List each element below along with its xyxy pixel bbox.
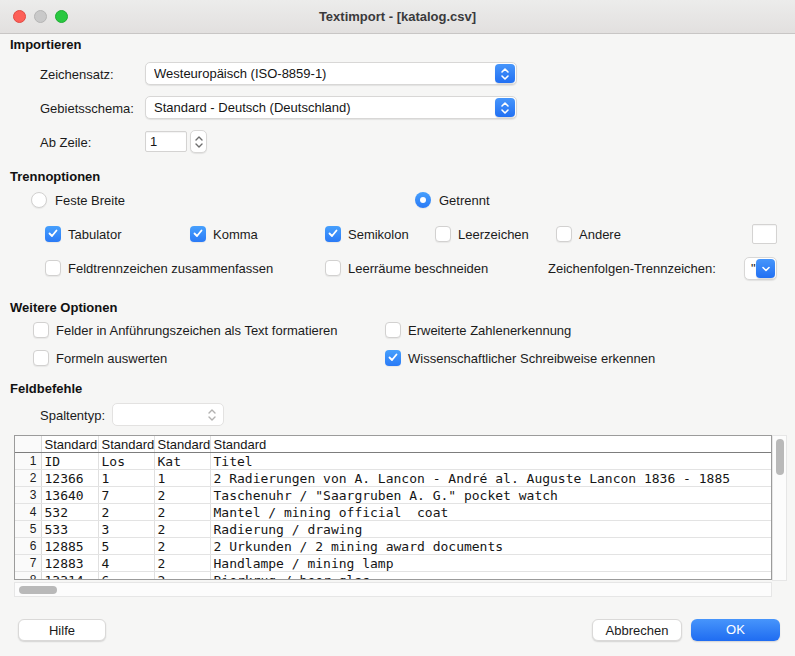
feste-breite-radio[interactable] (31, 192, 47, 208)
table-cell: 4 (98, 555, 154, 572)
felder-als-text-checkbox[interactable] (33, 322, 49, 338)
table-cell: 2 (154, 521, 210, 538)
row-number: 4 (15, 504, 41, 521)
getrennt-radio[interactable] (415, 192, 431, 208)
column-type-header[interactable]: Standard (210, 436, 772, 453)
table-row: 453222Mantel / mining official coat (15, 504, 772, 521)
komma-checkbox[interactable] (190, 226, 206, 242)
table-row: 553332Radierung / drawing (15, 521, 772, 538)
andere-delimiter-input[interactable] (752, 224, 777, 244)
getrennt-label[interactable]: Getrennt (439, 193, 490, 208)
table-cell: Mantel / mining official coat (210, 504, 772, 521)
leerraeume-beschneiden-checkbox[interactable] (325, 260, 341, 276)
table-cell: Bierkrug / beer glas (210, 572, 772, 581)
help-button[interactable]: Hilfe (18, 619, 106, 641)
feste-breite-label[interactable]: Feste Breite (55, 193, 125, 208)
table-row: 71288342Handlampe / mining lamp (15, 555, 772, 572)
spaltentyp-value (121, 404, 197, 425)
formeln-auswerten-label[interactable]: Formeln auswerten (56, 351, 167, 366)
zeichenfolgen-trennzeichen-label: Zeichenfolgen-Trennzeichen: (548, 261, 716, 276)
up-down-chevron-icon (194, 134, 204, 150)
spaltentyp-label: Spaltentyp: (40, 408, 105, 423)
row-number: 2 (15, 470, 41, 487)
column-type-header-row[interactable]: StandardStandardStandardStandard (15, 436, 772, 453)
zeichensatz-label: Zeichensatz: (40, 67, 114, 82)
gebietsschema-label: Gebietsschema: (40, 101, 134, 116)
erweiterte-zahlenerkennung-checkbox[interactable] (385, 322, 401, 338)
table-row: 31364072Taschenuhr / "Saargruben A. G." … (15, 487, 772, 504)
table-cell: Titel (210, 453, 772, 470)
column-type-header[interactable]: Standard (154, 436, 210, 453)
semikolon-label[interactable]: Semikolon (348, 227, 409, 242)
table-cell: 1 (98, 470, 154, 487)
zeichensatz-value: Westeuropäisch (ISO-8859-1) (154, 63, 490, 84)
csv-preview-table[interactable]: StandardStandardStandardStandard 1IDLosK… (14, 435, 772, 580)
tabulator-label[interactable]: Tabulator (68, 227, 121, 242)
wissenschaftliche-schreibweise-label[interactable]: Wissenschaftlicher Schreibweise erkennen (408, 351, 655, 366)
tabulator-checkbox[interactable] (45, 226, 61, 242)
zeichensatz-dropdown[interactable]: Westeuropäisch (ISO-8859-1) (145, 62, 517, 85)
table-cell: 12885 (41, 538, 98, 555)
titlebar: Textimport - [katalog.csv] (0, 0, 795, 34)
vertical-scrollbar[interactable] (772, 435, 787, 581)
felder-als-text-label[interactable]: Felder in Anführungszeichen als Text for… (56, 323, 338, 338)
corner-cell (15, 436, 41, 453)
table-cell: 6 (98, 572, 154, 581)
chevron-down-icon (756, 259, 775, 278)
gebietsschema-dropdown[interactable]: Standard - Deutsch (Deutschland) (145, 96, 517, 119)
spaltentyp-dropdown (112, 403, 224, 426)
table-cell: 12883 (41, 555, 98, 572)
row-number: 3 (15, 487, 41, 504)
komma-label[interactable]: Komma (213, 227, 258, 242)
cancel-button[interactable]: Abbrechen (592, 619, 682, 641)
ab-zeile-stepper[interactable] (190, 130, 207, 153)
gebietsschema-value: Standard - Deutsch (Deutschland) (154, 97, 490, 118)
leerraeume-beschneiden-label[interactable]: Leerräume beschneiden (348, 261, 488, 276)
up-down-chevron-icon (495, 64, 515, 83)
table-cell: 2 (154, 487, 210, 504)
erweiterte-zahlenerkennung-label[interactable]: Erweiterte Zahlenerkennung (408, 323, 571, 338)
vertical-scrollbar-thumb[interactable] (776, 439, 784, 475)
row-number: 8 (15, 572, 41, 581)
column-type-header[interactable]: Standard (41, 436, 98, 453)
table-cell: 3 (98, 521, 154, 538)
table-cell: 2 (154, 504, 210, 521)
wissenschaftliche-schreibweise-checkbox[interactable] (385, 350, 401, 366)
leerzeichen-checkbox[interactable] (435, 226, 451, 242)
table-row: 212366112 Radierungen von A. Lancon - An… (15, 470, 772, 487)
window-title: Textimport - [katalog.csv] (0, 0, 795, 33)
textimport-dialog: { "titlebar": { "title": "Textimport - [… (0, 0, 795, 656)
table-cell: 13640 (41, 487, 98, 504)
horizontal-scrollbar[interactable] (14, 582, 772, 597)
table-cell: Taschenuhr / "Saargruben A. G." pocket w… (210, 487, 772, 504)
zeichenfolgen-trennzeichen-value: " (751, 259, 756, 279)
andere-label[interactable]: Andere (579, 227, 621, 242)
table-cell: Radierung / drawing (210, 521, 772, 538)
table-cell: 532 (41, 504, 98, 521)
table-cell: Kat (154, 453, 210, 470)
table-cell: 2 (154, 538, 210, 555)
table-row: 81331462Bierkrug / beer glas (15, 572, 772, 581)
row-number: 1 (15, 453, 41, 470)
andere-checkbox[interactable] (556, 226, 572, 242)
feldtrennzeichen-zusammenfassen-checkbox[interactable] (45, 260, 61, 276)
table-cell: 2 Urkunden / 2 mining award documents (210, 538, 772, 555)
section-importieren-heading: Importieren (10, 37, 82, 52)
table-cell: 2 (154, 572, 210, 581)
ab-zeile-input[interactable]: 1 (145, 131, 187, 152)
row-number: 5 (15, 521, 41, 538)
leerzeichen-label[interactable]: Leerzeichen (458, 227, 529, 242)
formeln-auswerten-checkbox[interactable] (33, 350, 49, 366)
up-down-chevron-icon (495, 98, 515, 117)
table-cell: 2 (98, 504, 154, 521)
table-cell: 533 (41, 521, 98, 538)
zeichenfolgen-trennzeichen-combo[interactable]: " (744, 257, 777, 280)
ok-button[interactable]: OK (691, 619, 780, 641)
feldtrennzeichen-zusammenfassen-label[interactable]: Feldtrennzeichen zusammenfassen (68, 261, 273, 276)
semikolon-checkbox[interactable] (325, 226, 341, 242)
column-type-header[interactable]: Standard (98, 436, 154, 453)
horizontal-scrollbar-thumb[interactable] (19, 586, 57, 594)
table-cell: 12366 (41, 470, 98, 487)
table-row: 1IDLosKatTitel (15, 453, 772, 470)
preview-table-body: 1IDLosKatTitel212366112 Radierungen von … (15, 453, 772, 581)
